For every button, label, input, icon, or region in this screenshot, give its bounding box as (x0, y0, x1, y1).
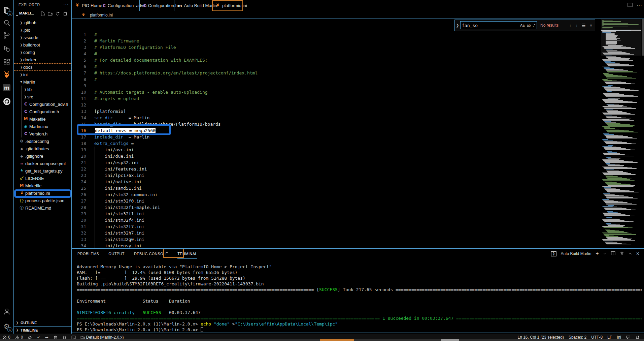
match-case-icon[interactable]: Aa (520, 23, 524, 27)
code-line-28: 28 ini/stm32f1-maple.ini (72, 204, 601, 211)
new-folder-icon[interactable] (47, 11, 53, 17)
toggle-replace-icon[interactable]: ❯ (455, 23, 460, 28)
find-in-selection-icon[interactable]: ☰ (582, 23, 586, 28)
code-line-21: 21 ini/esp32.ini (72, 159, 601, 166)
notifications-icon (635, 335, 640, 340)
tab-platformio.ini[interactable]: platformio.ini (212, 0, 243, 11)
terminal-line (77, 292, 642, 298)
tree-item-ini[interactable]: ❭ini (14, 71, 71, 78)
tab-Configuration-adv.h[interactable]: CConfiguration_adv.h (99, 0, 140, 11)
panel-tab-problems[interactable]: PROBLEMS (77, 249, 99, 259)
timeline-section[interactable]: ❭ TIMELINE (14, 326, 71, 334)
panel-tab-output[interactable]: OUTPUT (108, 249, 125, 259)
tree-item-get-test-targets.py[interactable]: ϟget_test_targets.py (14, 167, 71, 175)
platformio-icon[interactable] (0, 68, 13, 81)
outline-section[interactable]: ❭ OUTLINE (14, 319, 71, 326)
close-panel-icon[interactable]: × (636, 251, 639, 257)
tree-item-docker-compose.yml[interactable]: ≈docker-compose.yml (14, 160, 71, 167)
license-key-icon (19, 176, 24, 181)
regex-icon[interactable]: .* (533, 23, 535, 27)
kill-terminal-icon[interactable] (620, 251, 624, 256)
line-number: 13 (72, 108, 86, 115)
tree-item-.editorconfig[interactable]: ⚙.editorconfig (14, 137, 71, 145)
github-icon[interactable] (0, 95, 13, 108)
tree-item-process-palette.json[interactable]: {}process-palette.json (14, 197, 71, 204)
new-file-icon[interactable] (40, 11, 46, 17)
tree-item-src[interactable]: ❭src (14, 93, 71, 100)
extensions-icon[interactable] (0, 56, 13, 69)
code-line-2: 2# Marlin Firmware (72, 38, 601, 44)
tree-item-.gitignore[interactable]: ◆.gitignore (14, 152, 71, 160)
tree-item-label: Marlin (23, 80, 35, 85)
explorer-section-header[interactable]: ⌄ MARLI... (14, 9, 71, 18)
terminal-dropdown-icon[interactable] (603, 251, 607, 256)
feedback-icon (626, 335, 631, 340)
tree-item-docker[interactable]: ❭docker (14, 56, 71, 63)
terminal-line: RAM: [= ] 12.4% (used 8108 bytes from 65… (77, 270, 642, 275)
editor-scrollbar[interactable] (641, 19, 644, 248)
whole-word-icon[interactable]: ab (527, 23, 531, 27)
panel-tab-debug-console[interactable]: DEBUG CONSOLE (134, 249, 168, 259)
find-close-icon[interactable]: × (590, 23, 592, 28)
tree-item-Marlin.ino[interactable]: ◉Marlin.ino (14, 123, 71, 130)
split-terminal-icon[interactable] (611, 251, 615, 256)
account-icon[interactable] (0, 305, 13, 318)
find-input[interactable]: fan_so Aa ab .* (460, 21, 537, 29)
status-text: LF (607, 335, 612, 340)
tree-item-Marlin[interactable]: ▼Marlin (14, 78, 71, 86)
refresh-icon[interactable] (55, 11, 61, 17)
breadcrumb[interactable]: platformio.ini (72, 11, 644, 19)
collapse-folders-icon[interactable] (62, 11, 68, 17)
tree-item-buildroot[interactable]: ❭buildroot (14, 41, 71, 49)
tab-PIO-Home[interactable]: PIO Home (72, 0, 99, 11)
tree-item-.pio[interactable]: ❭.pio (14, 26, 71, 34)
tree-item-Makefile[interactable]: MMakefile (14, 115, 71, 123)
explorer-more-actions-icon[interactable]: ··· (63, 1, 69, 6)
search-icon[interactable] (0, 16, 13, 29)
find-previous-icon[interactable]: ↑ (569, 23, 572, 28)
split-editor-icon[interactable] (628, 2, 633, 9)
minimap[interactable] (601, 19, 641, 248)
settings-icon[interactable]: ⚙1 (0, 320, 13, 333)
source-control-icon[interactable] (0, 29, 13, 42)
chevron-right-icon: ❭ (23, 95, 27, 99)
maximize-panel-icon[interactable] (629, 251, 632, 256)
line-number: 20 (72, 153, 86, 159)
terminal-output[interactable]: Advanced Memory Usage is available via "… (77, 259, 642, 333)
find-results-count: No results (540, 23, 565, 28)
scrollbar-slider[interactable] (642, 19, 644, 56)
tree-item-Configuration.h[interactable]: CConfiguration.h (14, 108, 71, 115)
tree-item-Makefile[interactable]: MMakefile (14, 182, 71, 189)
terminal-name[interactable]: Auto Build Marlin (561, 251, 591, 256)
tree-item-config[interactable]: ❭config (14, 49, 71, 56)
tree-item-label: config (23, 50, 35, 55)
pio-terminal-icon (71, 335, 76, 340)
tree-item-platformio.ini[interactable]: platformio.ini (14, 189, 71, 197)
explorer-icon[interactable]: 1 (0, 4, 13, 17)
find-next-icon[interactable]: ↓ (576, 23, 578, 28)
tree-item-Configuration-adv.h[interactable]: CConfiguration_adv.h (14, 100, 71, 108)
panel-tab-terminal[interactable]: TERMINAL (177, 249, 197, 259)
tree-item-label: platformio.ini (25, 191, 50, 196)
code-editor[interactable]: 1#2# Marlin Firmware3# PlatformIO Config… (72, 19, 601, 248)
editor-more-actions-icon[interactable]: ··· (637, 3, 642, 9)
tree-item-README.md[interactable]: ⓘREADME.md (14, 204, 71, 212)
tree-item-.vscode[interactable]: ❭.vscode (14, 34, 71, 41)
line-number: 2 (72, 38, 86, 44)
tree-item-docs[interactable]: ❭docs (14, 63, 71, 71)
chevron-down-icon: ▼ (19, 80, 23, 84)
chevron-right-icon: ❭ (19, 65, 23, 69)
tree-item-.gitattributes[interactable]: ◆.gitattributes (14, 145, 71, 152)
chevron-right-icon: ❭ (19, 73, 23, 76)
minimap-slider[interactable] (601, 19, 641, 56)
auto-build-marlin-icon[interactable]: m (0, 81, 13, 94)
tree-item-.github[interactable]: ❭.github (14, 19, 71, 26)
run-debug-icon[interactable] (0, 42, 13, 55)
tree-item-Version.h[interactable]: CVersion.h (14, 130, 71, 137)
new-terminal-icon[interactable]: + (596, 251, 599, 257)
terminal-line: ========================================… (77, 287, 642, 292)
tab-Configuration.h[interactable]: CConfiguration.h (140, 0, 174, 11)
tree-item-lib[interactable]: ❭lib (14, 86, 71, 93)
tree-item-LICENSE[interactable]: LICENSE (14, 175, 71, 182)
tab-Auto-Build-Marlin[interactable]: mAuto Build Marlin (174, 0, 212, 11)
